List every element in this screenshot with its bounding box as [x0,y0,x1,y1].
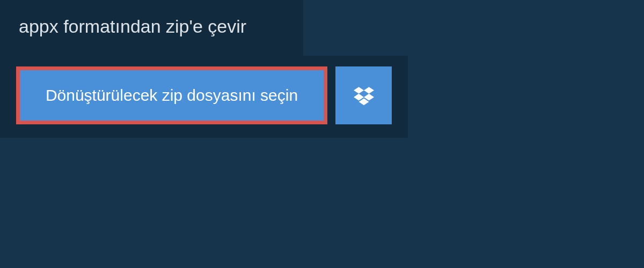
dropbox-button[interactable] [335,66,392,124]
main-container: appx formatından zip'e çevir Dönüştürüle… [0,0,644,138]
dropbox-icon [354,85,374,106]
select-file-label: Dönüştürülecek zip dosyasını seçin [46,86,298,105]
button-row: Dönüştürülecek zip dosyasını seçin [16,66,392,124]
upload-panel: Dönüştürülecek zip dosyasını seçin [0,56,408,138]
title-bar: appx formatından zip'e çevir [0,0,303,56]
page-title: appx formatından zip'e çevir [19,16,284,37]
select-file-button[interactable]: Dönüştürülecek zip dosyasını seçin [16,66,327,124]
